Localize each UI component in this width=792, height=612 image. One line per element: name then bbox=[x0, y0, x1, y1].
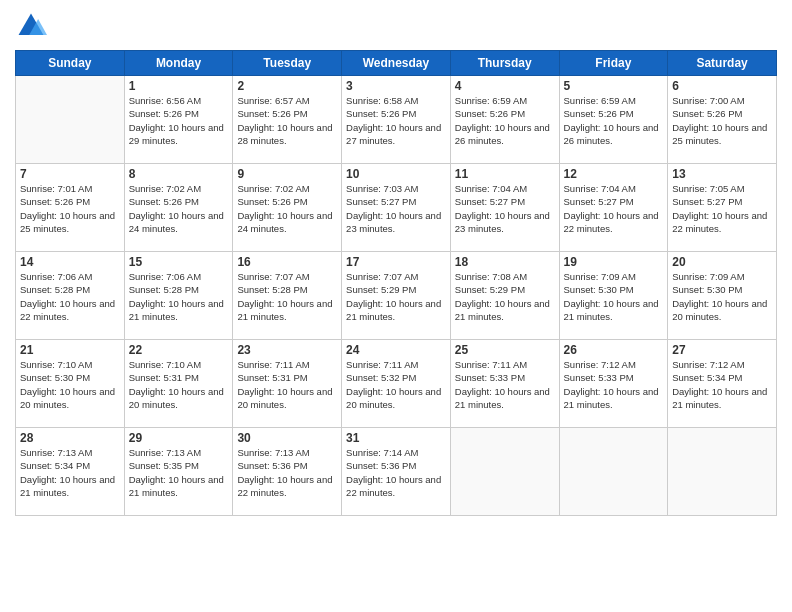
calendar-cell: 25Sunrise: 7:11 AMSunset: 5:33 PMDayligh… bbox=[450, 340, 559, 428]
cell-details: Sunrise: 7:12 AMSunset: 5:34 PMDaylight:… bbox=[672, 358, 772, 411]
week-row-1: 7Sunrise: 7:01 AMSunset: 5:26 PMDaylight… bbox=[16, 164, 777, 252]
calendar-cell bbox=[668, 428, 777, 516]
day-number: 8 bbox=[129, 167, 229, 181]
cell-details: Sunrise: 7:14 AMSunset: 5:36 PMDaylight:… bbox=[346, 446, 446, 499]
calendar-cell: 3Sunrise: 6:58 AMSunset: 5:26 PMDaylight… bbox=[342, 76, 451, 164]
header bbox=[15, 10, 777, 42]
day-header-saturday: Saturday bbox=[668, 51, 777, 76]
week-row-4: 28Sunrise: 7:13 AMSunset: 5:34 PMDayligh… bbox=[16, 428, 777, 516]
calendar-cell: 11Sunrise: 7:04 AMSunset: 5:27 PMDayligh… bbox=[450, 164, 559, 252]
calendar-cell: 5Sunrise: 6:59 AMSunset: 5:26 PMDaylight… bbox=[559, 76, 668, 164]
cell-details: Sunrise: 7:09 AMSunset: 5:30 PMDaylight:… bbox=[564, 270, 664, 323]
calendar-cell: 29Sunrise: 7:13 AMSunset: 5:35 PMDayligh… bbox=[124, 428, 233, 516]
calendar-cell: 10Sunrise: 7:03 AMSunset: 5:27 PMDayligh… bbox=[342, 164, 451, 252]
day-number: 26 bbox=[564, 343, 664, 357]
day-number: 7 bbox=[20, 167, 120, 181]
calendar-cell: 23Sunrise: 7:11 AMSunset: 5:31 PMDayligh… bbox=[233, 340, 342, 428]
day-number: 1 bbox=[129, 79, 229, 93]
day-number: 10 bbox=[346, 167, 446, 181]
calendar-cell: 18Sunrise: 7:08 AMSunset: 5:29 PMDayligh… bbox=[450, 252, 559, 340]
cell-details: Sunrise: 7:07 AMSunset: 5:29 PMDaylight:… bbox=[346, 270, 446, 323]
logo bbox=[15, 10, 51, 42]
cell-details: Sunrise: 7:13 AMSunset: 5:34 PMDaylight:… bbox=[20, 446, 120, 499]
calendar-cell: 22Sunrise: 7:10 AMSunset: 5:31 PMDayligh… bbox=[124, 340, 233, 428]
day-header-thursday: Thursday bbox=[450, 51, 559, 76]
cell-details: Sunrise: 7:09 AMSunset: 5:30 PMDaylight:… bbox=[672, 270, 772, 323]
day-number: 19 bbox=[564, 255, 664, 269]
calendar-table: SundayMondayTuesdayWednesdayThursdayFrid… bbox=[15, 50, 777, 516]
day-number: 23 bbox=[237, 343, 337, 357]
calendar-cell: 28Sunrise: 7:13 AMSunset: 5:34 PMDayligh… bbox=[16, 428, 125, 516]
calendar-cell: 16Sunrise: 7:07 AMSunset: 5:28 PMDayligh… bbox=[233, 252, 342, 340]
day-number: 9 bbox=[237, 167, 337, 181]
day-number: 16 bbox=[237, 255, 337, 269]
cell-details: Sunrise: 7:06 AMSunset: 5:28 PMDaylight:… bbox=[129, 270, 229, 323]
calendar-cell: 21Sunrise: 7:10 AMSunset: 5:30 PMDayligh… bbox=[16, 340, 125, 428]
day-number: 3 bbox=[346, 79, 446, 93]
calendar-cell: 9Sunrise: 7:02 AMSunset: 5:26 PMDaylight… bbox=[233, 164, 342, 252]
day-number: 27 bbox=[672, 343, 772, 357]
cell-details: Sunrise: 6:58 AMSunset: 5:26 PMDaylight:… bbox=[346, 94, 446, 147]
day-number: 22 bbox=[129, 343, 229, 357]
calendar-cell: 2Sunrise: 6:57 AMSunset: 5:26 PMDaylight… bbox=[233, 76, 342, 164]
calendar-cell bbox=[559, 428, 668, 516]
cell-details: Sunrise: 7:06 AMSunset: 5:28 PMDaylight:… bbox=[20, 270, 120, 323]
cell-details: Sunrise: 7:11 AMSunset: 5:31 PMDaylight:… bbox=[237, 358, 337, 411]
cell-details: Sunrise: 7:11 AMSunset: 5:33 PMDaylight:… bbox=[455, 358, 555, 411]
cell-details: Sunrise: 7:12 AMSunset: 5:33 PMDaylight:… bbox=[564, 358, 664, 411]
cell-details: Sunrise: 6:59 AMSunset: 5:26 PMDaylight:… bbox=[455, 94, 555, 147]
week-row-2: 14Sunrise: 7:06 AMSunset: 5:28 PMDayligh… bbox=[16, 252, 777, 340]
calendar-cell: 6Sunrise: 7:00 AMSunset: 5:26 PMDaylight… bbox=[668, 76, 777, 164]
day-number: 4 bbox=[455, 79, 555, 93]
day-number: 29 bbox=[129, 431, 229, 445]
calendar-cell: 8Sunrise: 7:02 AMSunset: 5:26 PMDaylight… bbox=[124, 164, 233, 252]
cell-details: Sunrise: 7:04 AMSunset: 5:27 PMDaylight:… bbox=[564, 182, 664, 235]
day-number: 6 bbox=[672, 79, 772, 93]
day-number: 5 bbox=[564, 79, 664, 93]
calendar-cell: 26Sunrise: 7:12 AMSunset: 5:33 PMDayligh… bbox=[559, 340, 668, 428]
day-number: 18 bbox=[455, 255, 555, 269]
day-number: 31 bbox=[346, 431, 446, 445]
day-header-tuesday: Tuesday bbox=[233, 51, 342, 76]
day-number: 11 bbox=[455, 167, 555, 181]
calendar-cell: 31Sunrise: 7:14 AMSunset: 5:36 PMDayligh… bbox=[342, 428, 451, 516]
calendar-cell: 7Sunrise: 7:01 AMSunset: 5:26 PMDaylight… bbox=[16, 164, 125, 252]
calendar-cell bbox=[16, 76, 125, 164]
calendar-cell: 14Sunrise: 7:06 AMSunset: 5:28 PMDayligh… bbox=[16, 252, 125, 340]
calendar-cell: 4Sunrise: 6:59 AMSunset: 5:26 PMDaylight… bbox=[450, 76, 559, 164]
cell-details: Sunrise: 7:07 AMSunset: 5:28 PMDaylight:… bbox=[237, 270, 337, 323]
day-header-monday: Monday bbox=[124, 51, 233, 76]
cell-details: Sunrise: 7:13 AMSunset: 5:35 PMDaylight:… bbox=[129, 446, 229, 499]
calendar-cell: 24Sunrise: 7:11 AMSunset: 5:32 PMDayligh… bbox=[342, 340, 451, 428]
day-number: 14 bbox=[20, 255, 120, 269]
day-number: 21 bbox=[20, 343, 120, 357]
calendar-cell: 20Sunrise: 7:09 AMSunset: 5:30 PMDayligh… bbox=[668, 252, 777, 340]
day-header-friday: Friday bbox=[559, 51, 668, 76]
calendar-cell: 15Sunrise: 7:06 AMSunset: 5:28 PMDayligh… bbox=[124, 252, 233, 340]
logo-icon bbox=[15, 10, 47, 42]
day-number: 17 bbox=[346, 255, 446, 269]
cell-details: Sunrise: 6:57 AMSunset: 5:26 PMDaylight:… bbox=[237, 94, 337, 147]
day-number: 24 bbox=[346, 343, 446, 357]
cell-details: Sunrise: 6:56 AMSunset: 5:26 PMDaylight:… bbox=[129, 94, 229, 147]
cell-details: Sunrise: 7:02 AMSunset: 5:26 PMDaylight:… bbox=[129, 182, 229, 235]
day-number: 13 bbox=[672, 167, 772, 181]
day-header-sunday: Sunday bbox=[16, 51, 125, 76]
day-number: 12 bbox=[564, 167, 664, 181]
calendar-cell: 27Sunrise: 7:12 AMSunset: 5:34 PMDayligh… bbox=[668, 340, 777, 428]
day-number: 25 bbox=[455, 343, 555, 357]
cell-details: Sunrise: 7:08 AMSunset: 5:29 PMDaylight:… bbox=[455, 270, 555, 323]
cell-details: Sunrise: 7:05 AMSunset: 5:27 PMDaylight:… bbox=[672, 182, 772, 235]
week-row-3: 21Sunrise: 7:10 AMSunset: 5:30 PMDayligh… bbox=[16, 340, 777, 428]
day-number: 2 bbox=[237, 79, 337, 93]
cell-details: Sunrise: 6:59 AMSunset: 5:26 PMDaylight:… bbox=[564, 94, 664, 147]
cell-details: Sunrise: 7:04 AMSunset: 5:27 PMDaylight:… bbox=[455, 182, 555, 235]
cell-details: Sunrise: 7:10 AMSunset: 5:31 PMDaylight:… bbox=[129, 358, 229, 411]
header-row: SundayMondayTuesdayWednesdayThursdayFrid… bbox=[16, 51, 777, 76]
calendar-cell: 17Sunrise: 7:07 AMSunset: 5:29 PMDayligh… bbox=[342, 252, 451, 340]
cell-details: Sunrise: 7:10 AMSunset: 5:30 PMDaylight:… bbox=[20, 358, 120, 411]
cell-details: Sunrise: 7:11 AMSunset: 5:32 PMDaylight:… bbox=[346, 358, 446, 411]
day-header-wednesday: Wednesday bbox=[342, 51, 451, 76]
day-number: 20 bbox=[672, 255, 772, 269]
calendar-cell bbox=[450, 428, 559, 516]
